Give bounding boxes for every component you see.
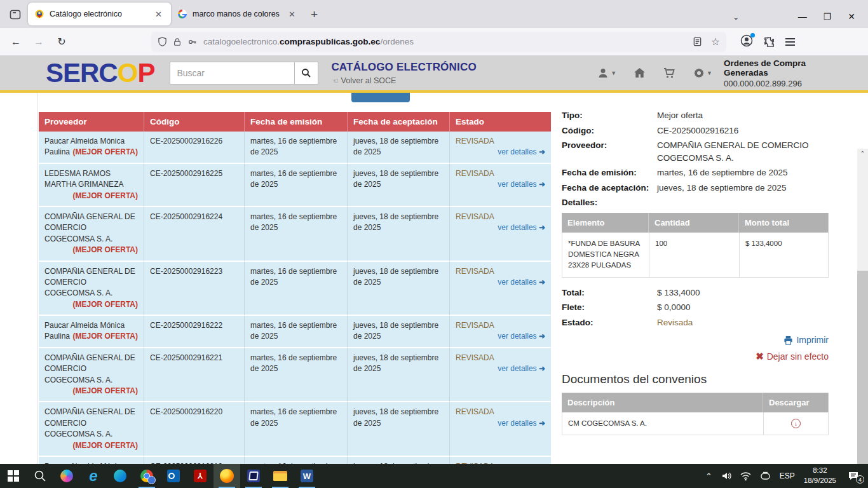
order-row: COMPAÑIA GENERAL DE COMERCIO COGECOMSA S… [39, 402, 551, 457]
home-icon[interactable] [633, 67, 646, 79]
ver-detalles-link[interactable]: ver detalles ➜ [456, 147, 545, 158]
orders-table-header-row: ProveedorCódigoFecha de emisiónFecha de … [39, 112, 551, 132]
page-scrollbar[interactable]: ⌃ ⌄ [857, 149, 868, 464]
ver-detalles-link[interactable]: ver detalles ➜ [456, 222, 545, 233]
item-row: *FUNDA DE BASURA DOMESTICA NEGRA 23X28 P… [562, 233, 829, 278]
file-explorer-button[interactable] [267, 464, 294, 488]
start-button[interactable] [0, 464, 27, 488]
arrow-right-icon: ➜ [539, 419, 545, 428]
word-button[interactable]: W [294, 464, 320, 488]
tracking-shield-icon[interactable] [158, 37, 167, 46]
estado-cell: REVISADAver detalles ➜ [450, 402, 551, 457]
outlook-button[interactable] [160, 464, 187, 488]
search-button[interactable] [294, 62, 318, 85]
ecuador-crest-icon [34, 9, 44, 19]
taskbar-search-button[interactable] [27, 464, 53, 488]
volume-icon[interactable] [721, 471, 731, 481]
download-icon[interactable]: ↓ [791, 419, 801, 428]
list-all-tabs-icon[interactable]: ⌄ [733, 12, 740, 22]
order-row: COMPAÑIA GENERAL DE COMERCIO COGECOMSA S… [39, 348, 551, 403]
user-menu-icon[interactable]: ▼ [597, 67, 616, 79]
search-icon [34, 470, 46, 482]
close-button[interactable]: ✕ [848, 11, 855, 22]
ver-detalles-link[interactable]: ver detalles ➜ [456, 277, 545, 288]
fecha-emision-value: martes, 16 de septiembre de 2025 [657, 166, 829, 179]
reload-icon[interactable]: ↻ [52, 32, 71, 51]
lock-icon[interactable] [173, 37, 182, 46]
address-bar[interactable]: catalogoelectronico.compraspublicas.gob.… [151, 32, 726, 52]
file-explorer-icon [273, 471, 287, 481]
notification-center-button[interactable]: 4 [845, 471, 862, 481]
column-header: Monto total [739, 213, 829, 233]
tab-close-icon[interactable]: ✕ [286, 8, 298, 20]
scrollbar-up-icon[interactable]: ⌃ [860, 149, 865, 159]
bookmark-star-icon[interactable]: ☆ [711, 36, 720, 48]
ver-detalles-link[interactable]: ver detalles ➜ [456, 363, 545, 374]
page-content: ProveedorCódigoFecha de emisiónFecha de … [0, 93, 868, 464]
firefox-button[interactable] [214, 464, 240, 488]
forward-icon[interactable]: → [29, 32, 48, 51]
tab-catalogo[interactable]: Catálogo electrónico ✕ [28, 3, 171, 25]
key-permissions-icon[interactable] [187, 37, 198, 47]
clock[interactable]: 8:3218/9/2025 [804, 466, 836, 485]
chrome-profile-badge [147, 476, 156, 484]
estado-cell: REVISADAver detalles ➜ [450, 207, 551, 262]
scrollbar-thumb[interactable] [857, 271, 868, 464]
column-header: Proveedor [39, 112, 144, 132]
edge-button[interactable] [107, 464, 133, 488]
imprimir-link[interactable]: Imprimir [783, 335, 829, 345]
windows-taskbar: e ⅄ W ⌃ ESP 8:3218/9/2025 [0, 464, 868, 488]
acrobat-button[interactable]: ⅄ [187, 464, 214, 488]
scanner-app-button[interactable] [240, 464, 267, 488]
dejar-sin-efecto-link[interactable]: ✖ Dejar sin efecto [756, 351, 829, 362]
chrome-button[interactable] [133, 464, 160, 488]
copilot-icon [60, 470, 73, 482]
fecha-aceptacion-label: Fecha de aceptación: [562, 182, 657, 194]
meet-now-icon[interactable] [760, 471, 771, 481]
tab-close-icon[interactable]: ✕ [153, 8, 165, 20]
codigo-cell: CE-20250002916225 [144, 164, 245, 207]
menu-hamburger-icon[interactable] [785, 38, 795, 46]
fecha-emision-cell: martes, 16 de septiembre de 2025 [245, 207, 348, 262]
scrolled-blue-button[interactable] [351, 93, 410, 102]
volver-al-soce-link[interactable]: ☜Volver al SOCE [331, 76, 476, 85]
back-icon[interactable]: ← [6, 32, 25, 51]
account-icon[interactable] [740, 34, 753, 50]
cart-icon[interactable] [663, 67, 676, 79]
restore-button[interactable]: ❐ [824, 11, 832, 22]
wifi-icon[interactable] [740, 471, 751, 481]
total-row: Estado:Revisada [562, 316, 829, 329]
page-title: CATÁLOGO ELECTRÓNICO [331, 61, 476, 74]
copilot-button[interactable] [53, 464, 80, 488]
language-indicator[interactable]: ESP [780, 471, 795, 480]
document-row: CM COGECOMSA S. A.↓ [562, 412, 829, 435]
codigo-cell: CE-20250002916226 [144, 132, 245, 164]
gear-icon[interactable]: ▼ [693, 67, 712, 79]
outlook-icon [167, 470, 180, 482]
ver-detalles-link[interactable]: ver detalles ➜ [456, 418, 545, 429]
extensions-puzzle-icon[interactable] [763, 36, 775, 48]
reader-view-icon[interactable] [693, 37, 702, 46]
new-tab-button[interactable]: + [311, 8, 318, 22]
tab-google-search[interactable]: marco manos de colores - Busca ✕ [171, 3, 304, 25]
item-cell: 100 [649, 233, 739, 278]
order-row: Paucar Almeida Mónica Paulina (MEJOR OFE… [39, 457, 551, 464]
ver-detalles-link[interactable]: ver detalles ➜ [456, 179, 545, 190]
firefox-view-icon[interactable] [6, 6, 24, 24]
arrow-right-icon: ➜ [539, 223, 545, 232]
items-header-row: ElementoCantidadMonto total [562, 213, 829, 233]
document-description: CM COGECOMSA S. A. [562, 412, 763, 435]
internet-explorer-button[interactable]: e [80, 464, 107, 488]
proveedor-cell: COMPAÑIA GENERAL DE COMERCIO COGECOMSA S… [39, 207, 144, 262]
ver-detalles-link[interactable]: ver detalles ➜ [456, 331, 545, 342]
detalles-label: Detalles: [562, 196, 657, 209]
search-input[interactable] [170, 62, 294, 85]
fecha-emision-cell: martes, 16 de septiembre de 2025 [245, 164, 348, 207]
minimize-button[interactable]: — [798, 11, 807, 22]
codigo-label: Código: [562, 125, 657, 137]
proveedor-cell: COMPAÑIA GENERAL DE COMERCIO COGECOMSA S… [39, 402, 144, 457]
codigo-cell: CE-20250002916224 [144, 207, 245, 262]
url-text: catalogoelectronico.compraspublicas.gob.… [203, 37, 687, 46]
fecha-aceptacion-cell: jueves, 18 de septiembre de 2025 [348, 132, 450, 164]
hidden-icons-chevron[interactable]: ⌃ [705, 471, 712, 481]
